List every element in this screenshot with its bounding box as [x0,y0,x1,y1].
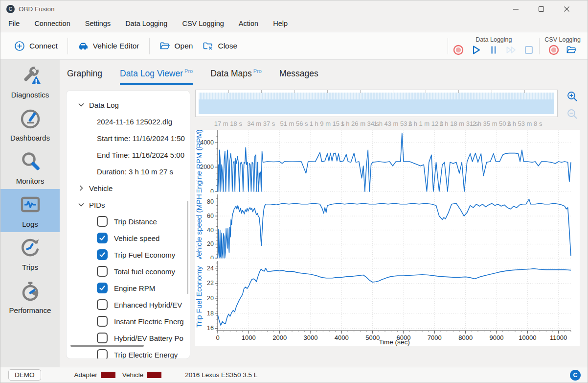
sidebar-item-performance[interactable]: Performance [0,275,60,318]
pid-checkbox[interactable] [97,333,108,343]
open-button[interactable]: Open [155,38,198,54]
tree-item-duration[interactable]: Duration: 3 h 10 m 27 s [67,163,190,180]
connect-button[interactable]: Connect [9,38,63,54]
sidebar-item-logs[interactable]: Logs [0,189,60,232]
pid-checkbox[interactable] [97,283,108,293]
sidebar-item-label: Performance [9,306,51,314]
data-logging-stop-button[interactable] [523,45,534,55]
data-logging-play-button[interactable] [471,45,481,55]
menu-item-action[interactable]: Action [239,20,258,27]
tree-item-log-file[interactable]: 2024-11-16 125022.dlg [67,113,190,130]
tree-node-vehicle[interactable]: Vehicle [67,180,190,196]
connection-badge[interactable]: C [570,370,581,381]
svg-text:40: 40 [207,227,214,234]
pid-row-vehicle-speed[interactable]: Vehicle speed [67,230,190,246]
tree-vertical-scrollbar[interactable] [187,201,188,294]
svg-text:18: 18 [207,310,214,317]
data-logging-group: Data Logging [453,36,534,55]
magnifier-icon [19,150,42,174]
data-logging-record-button[interactable] [453,45,464,55]
tab-messages[interactable]: Messages [279,69,318,85]
pid-checkbox[interactable] [97,299,108,310]
sidebar: DiagnosticsDashboardsMonitorsLogsTripsPe… [0,60,60,367]
sidebar-item-dashboards[interactable]: Dashboards [0,103,60,146]
pid-checkbox[interactable] [97,316,108,327]
minimize-button[interactable] [508,2,523,15]
sidebar-item-label: Logs [22,220,38,228]
data-logging-pause-button[interactable] [488,45,499,55]
maximize-button[interactable] [534,2,548,15]
menu-item-settings[interactable]: Settings [85,20,111,27]
pid-label: Total fuel economy [114,267,175,276]
vehicle-status: Vehicle [122,371,162,379]
stopwatch-icon [19,280,42,304]
menu-item-help[interactable]: Help [273,20,288,27]
tree-node-pids[interactable]: PIDs [67,196,190,213]
pid-checkbox[interactable] [97,249,108,260]
sidebar-item-label: Monitors [16,177,45,185]
sidebar-item-monitors[interactable]: Monitors [0,146,60,189]
timeline-tick [492,90,492,93]
timeline-tick-label: 17 m 18 s [214,120,242,127]
tree-item-start-time[interactable]: Start time: 11/16/2024 1:50 [67,130,190,146]
data-logging-fast-forward-button[interactable] [506,45,517,55]
timeline-tick-label: 1 h 43 m 53 s [374,120,412,127]
pid-row-trip-distance[interactable]: Trip Distance [67,213,190,230]
tab-data-maps[interactable]: Data MapsPro [210,68,262,85]
csv-logging-group: CSV Logging [544,36,581,55]
close-button[interactable] [559,2,574,15]
zoom-in-button[interactable] [566,91,578,104]
close-button[interactable]: Close [198,38,242,54]
tab-data-log-viewer[interactable]: Data Log ViewerPro [120,68,193,85]
y-axis-label: Trip Fuel Economy [195,266,203,328]
pid-checkbox[interactable] [97,216,108,227]
charts-area[interactable]: 020004000Engine RPM (RPM)020406080Vehicl… [195,130,580,346]
menu-item-connection[interactable]: Connection [34,20,70,27]
menu-item-file[interactable]: File [8,20,20,27]
pid-row-trip-electric-energy[interactable]: Trip Electric Energy [67,346,190,359]
toolbar: ConnectVehicle EditorOpenCloseData Loggi… [0,32,588,60]
svg-text:2000: 2000 [272,334,287,341]
pid-row-engine-rpm[interactable]: Engine RPM [67,280,190,296]
sidebar-item-label: Dashboards [10,134,50,142]
timeline-selection-band[interactable] [199,95,554,114]
sidebar-item-label: Diagnostics [11,91,49,99]
window-title: OBD Fusion [19,5,55,13]
open-folder-icon [159,41,170,51]
csv-logging-folder-button[interactable] [566,45,577,55]
svg-text:11000: 11000 [550,334,567,341]
chart-engine-rpm[interactable]: 020004000Engine RPM (RPM) [195,130,580,192]
menu-item-csv-logging[interactable]: CSV Logging [182,20,224,27]
sidebar-item-diagnostics[interactable]: Diagnostics [0,60,60,103]
app-window: C OBD Fusion FileConnectionSettingsData … [0,0,588,383]
pid-row-enhanced-hybrid-ev[interactable]: Enhanced Hybrid/EV [67,296,190,313]
tree-horizontal-scrollbar[interactable] [70,345,144,347]
tab-graphing[interactable]: Graphing [67,69,102,85]
zoom-out-button[interactable] [566,108,578,122]
pid-checkbox[interactable] [97,349,108,359]
chart-trip-fuel-economy[interactable]: 1618202224Trip Fuel Economy0100020003000… [195,259,580,346]
pid-row-instant-electric-energ[interactable]: Instant Electric Energ [67,313,190,330]
tree-item-end-time[interactable]: End Time: 11/16/2024 5:00 [67,146,190,163]
pid-label: Engine RPM [114,284,155,292]
menu-bar: FileConnectionSettingsData LoggingCSV Lo… [0,17,588,32]
svg-text:0: 0 [210,255,214,259]
menu-item-data-logging[interactable]: Data Logging [125,20,167,27]
pid-checkbox[interactable] [97,266,108,277]
vehicle-editor-button[interactable]: Vehicle Editor [73,38,144,54]
demo-badge: DEMO [8,369,41,381]
csv-logging-group-label: CSV Logging [544,36,581,43]
pid-row-hybrid-ev-battery-po[interactable]: Hybrid/EV Battery Po [67,330,190,346]
pid-checkbox[interactable] [97,233,108,243]
svg-text:20: 20 [207,241,214,248]
tree-node-data-log[interactable]: Data Log [67,96,190,113]
pro-badge: Pro [184,68,193,74]
sidebar-item-trips[interactable]: Trips [0,232,60,275]
pid-row-total-fuel-economy[interactable]: Total fuel economy [67,263,190,280]
timeline-tick-label: 1 h 9 m 15 s [310,120,345,127]
csv-logging-record-button[interactable] [548,45,559,55]
pid-row-trip-fuel-economy[interactable]: Trip Fuel Economy [67,246,190,263]
chart-vehicle-speed[interactable]: 020406080Vehicle speed (MPH [195,192,580,259]
pro-badge: Pro [253,68,262,74]
timeline-overview[interactable] [195,90,558,117]
